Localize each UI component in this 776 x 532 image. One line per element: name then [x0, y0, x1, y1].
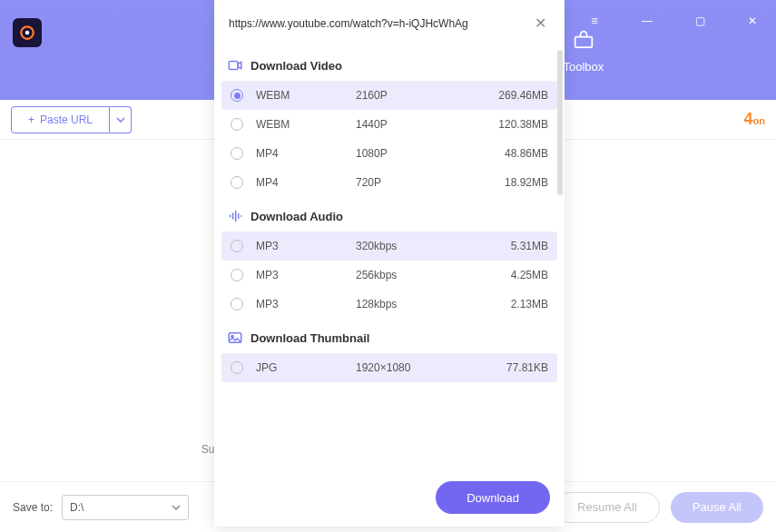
opt-size: 2.13MB [476, 298, 548, 310]
radio-icon [231, 89, 243, 102]
opt-format: MP4 [256, 147, 356, 160]
opt-size: 48.86MB [476, 147, 548, 160]
radio-icon [231, 118, 243, 131]
tab-toolbox-label: Toolbox [564, 60, 604, 74]
svg-rect-7 [235, 211, 237, 222]
opt-format: MP3 [256, 269, 356, 281]
modal-header: https://www.youtube.com/watch?v=h-iQJHcW… [214, 0, 565, 43]
minimize-button[interactable]: — [631, 7, 663, 34]
opt-format: WEBM [256, 89, 356, 102]
opt-format: JPG [256, 361, 356, 374]
radio-icon [231, 240, 243, 252]
audio-option-row[interactable]: MP3 128kbps 2.13MB [221, 290, 557, 319]
chevron-down-icon [116, 117, 125, 123]
opt-size: 18.92MB [476, 176, 548, 189]
image-icon [227, 330, 243, 346]
scrollbar[interactable] [557, 50, 563, 195]
paste-url-dropdown[interactable] [110, 106, 132, 133]
section-audio-header: Download Audio [221, 197, 557, 232]
thumbnail-option-row[interactable]: JPG 1920×1080 77.81KB [221, 353, 557, 382]
save-to-value: D:\ [70, 501, 83, 514]
video-option-row[interactable]: MP4 720P 18.92MB [221, 168, 557, 197]
app-logo [13, 18, 42, 47]
svg-rect-8 [238, 213, 240, 219]
pause-all-button[interactable]: Pause All [671, 492, 763, 523]
section-audio-title: Download Audio [250, 210, 343, 223]
paste-url-label: Paste URL [40, 113, 93, 126]
section-thumbnail-title: Download Thumbnail [250, 331, 369, 345]
resume-all-button[interactable]: Resume All [555, 492, 660, 523]
download-options-modal: https://www.youtube.com/watch?v=h-iQJHcW… [214, 0, 565, 527]
opt-size: 77.81KB [476, 361, 548, 374]
radio-icon [231, 269, 243, 281]
save-to-label: Save to: [13, 501, 53, 514]
plus-icon: + [28, 113, 34, 126]
section-video-header: Download Video [221, 46, 557, 81]
svg-rect-3 [575, 36, 593, 47]
audio-icon [227, 208, 243, 224]
modal-footer: Download [214, 468, 565, 527]
window-controls: ≡ — ▢ ✕ [578, 7, 769, 34]
brand-badge: 44onon [744, 110, 765, 129]
opt-size: 120.38MB [476, 118, 548, 131]
radio-icon [231, 147, 243, 160]
radio-icon [231, 361, 243, 374]
opt-format: MP3 [256, 240, 356, 252]
svg-rect-9 [241, 215, 242, 217]
opt-quality: 1920×1080 [356, 361, 476, 374]
radio-icon [231, 298, 243, 310]
opt-quality: 1440P [356, 118, 476, 131]
paste-url-group: + Paste URL [11, 106, 132, 133]
menu-button[interactable]: ≡ [578, 7, 611, 34]
svg-rect-5 [230, 215, 231, 218]
opt-size: 5.31MB [476, 240, 548, 252]
opt-quality: 256kbps [356, 269, 476, 281]
svg-rect-4 [229, 62, 238, 70]
video-option-row[interactable]: MP4 1080P 48.86MB [221, 139, 557, 168]
video-icon [227, 57, 243, 74]
opt-format: MP3 [256, 298, 356, 310]
opt-quality: 1080P [356, 147, 476, 160]
opt-format: MP4 [256, 176, 356, 189]
modal-close-button[interactable]: ✕ [531, 13, 550, 34]
svg-point-1 [25, 31, 30, 35]
close-window-button[interactable]: ✕ [736, 7, 769, 34]
save-to-dropdown[interactable]: D:\ [62, 495, 189, 520]
paste-url-button[interactable]: + Paste URL [11, 106, 110, 133]
opt-quality: 2160P [356, 89, 476, 102]
opt-size: 269.46MB [476, 89, 548, 102]
audio-option-row[interactable]: MP3 256kbps 4.25MB [221, 261, 557, 290]
save-to-group: Save to: D:\ [13, 495, 189, 520]
audio-option-row[interactable]: MP3 320kbps 5.31MB [221, 232, 557, 261]
maximize-button[interactable]: ▢ [683, 7, 716, 34]
opt-quality: 320kbps [356, 240, 476, 252]
radio-icon [231, 176, 243, 189]
video-option-row[interactable]: WEBM 2160P 269.46MB [221, 81, 557, 110]
chevron-down-icon [172, 505, 181, 510]
opt-size: 4.25MB [476, 269, 548, 281]
bottom-actions: Resume All Pause All [555, 492, 763, 523]
download-button[interactable]: Download [436, 481, 550, 514]
modal-body: Download Video WEBM 2160P 269.46MB WEBM … [214, 43, 565, 468]
video-option-row[interactable]: WEBM 1440P 120.38MB [221, 110, 557, 139]
svg-rect-6 [232, 212, 234, 220]
opt-format: WEBM [256, 118, 356, 131]
modal-url: https://www.youtube.com/watch?v=h-iQJHcW… [229, 17, 520, 30]
section-thumbnail-header: Download Thumbnail [221, 319, 557, 353]
opt-quality: 128kbps [356, 298, 476, 310]
section-video-title: Download Video [250, 59, 342, 73]
opt-quality: 720P [356, 176, 476, 189]
